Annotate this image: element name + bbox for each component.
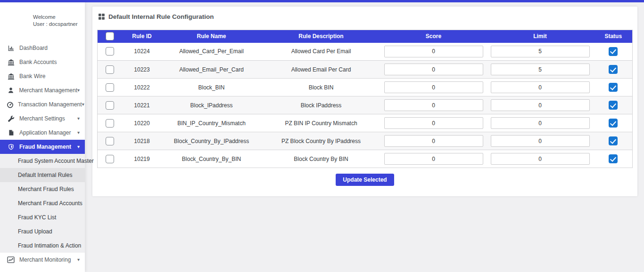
chevron-down-icon: ▾ (77, 130, 80, 135)
limit-cell (486, 79, 594, 96)
status-cell (594, 96, 633, 114)
row-select-checkbox[interactable] (106, 47, 114, 56)
shield-icon (7, 144, 15, 150)
sidebar-subitem-fraud-upload[interactable]: Fraud Upload (0, 224, 85, 239)
sidebar: Welcome User : docspartner DashBoard Ban… (0, 2, 85, 272)
limit-input[interactable] (491, 117, 590, 129)
status-cell (594, 150, 633, 168)
rule-name-cell: Block_IPaddress (162, 96, 261, 114)
rule-description-cell: Allowed Email Per Card (261, 61, 381, 79)
score-input[interactable] (384, 117, 483, 129)
row-select-checkbox[interactable] (106, 155, 114, 163)
chevron-down-icon: ▾ (82, 102, 84, 107)
status-checkbox[interactable] (609, 101, 618, 110)
limit-input[interactable] (491, 81, 590, 93)
sidebar-subitem-fraud-intimation-action[interactable]: Fraud Intimation & Action (0, 239, 85, 253)
table-row: 10220 BIN_IP_Country_Mismatch PZ BIN IP … (98, 114, 633, 132)
table-row: 10224 Allowed_Card_Per_Email Allowed Car… (98, 43, 633, 61)
column-header-rule-name: Rule Name (162, 30, 261, 43)
status-checkbox[interactable] (609, 136, 618, 145)
update-selected-button[interactable]: Update Selected (336, 174, 394, 186)
rule-name-cell: Block_Country_By_IPaddress (162, 132, 261, 150)
rule-id-cell: 10223 (122, 61, 162, 79)
status-checkbox[interactable] (609, 65, 618, 74)
rule-id-cell: 10220 (122, 114, 162, 132)
status-checkbox[interactable] (609, 119, 618, 128)
column-header-limit: Limit (486, 30, 594, 43)
chevron-down-icon: ▾ (77, 88, 80, 93)
sidebar-subitem-merchant-fraud-accounts[interactable]: Merchant Fraud Accounts (0, 196, 85, 210)
page-title: Default Internal Rule Configuration (108, 13, 214, 20)
status-cell (594, 43, 633, 61)
score-cell (381, 79, 486, 96)
score-input[interactable] (384, 46, 483, 57)
rule-id-cell: 10224 (122, 43, 162, 61)
rule-name-cell: BIN_IP_Country_Mismatch (162, 114, 261, 132)
bank-icon (7, 59, 15, 66)
limit-input[interactable] (491, 64, 590, 75)
sidebar-item-label: Merchant Settings (19, 115, 77, 122)
sidebar-subitem-default-internal-rules[interactable]: Default Internal Rules (0, 168, 85, 182)
sidebar-subitem-merchant-fraud-rules[interactable]: Merchant Fraud Rules (0, 182, 85, 196)
column-header-score: Score (381, 30, 486, 43)
limit-cell (486, 61, 594, 79)
score-input[interactable] (384, 81, 483, 93)
status-cell (594, 79, 633, 96)
sidebar-item-fraud-management[interactable]: Fraud Management ▾ (0, 140, 85, 154)
sidebar-subitem-fraud-system-account-master[interactable]: Fraud System Account Master (0, 154, 85, 168)
rule-name-cell: Allowed_Card_Per_Email (162, 43, 261, 61)
line-chart-icon (7, 256, 15, 263)
score-cell (381, 132, 486, 150)
limit-input[interactable] (491, 135, 590, 147)
sidebar-item-bank-wire[interactable]: Bank Wire (0, 69, 85, 83)
welcome-username: User : docspartner (33, 21, 81, 28)
rules-table-body: 10224 Allowed_Card_Per_Email Allowed Car… (98, 43, 633, 168)
row-select-checkbox[interactable] (106, 65, 114, 74)
sidebar-item-label: Application Manager (19, 129, 77, 136)
score-input[interactable] (384, 99, 483, 111)
row-select-checkbox[interactable] (106, 119, 114, 128)
score-input[interactable] (384, 153, 483, 165)
rule-configuration-card: Default Internal Rule Configuration Rule… (92, 7, 637, 196)
score-cell (381, 96, 486, 114)
status-cell (594, 61, 633, 79)
sidebar-item-bank-accounts[interactable]: Bank Accounts (0, 55, 85, 69)
column-header-status: Status (594, 30, 633, 43)
status-checkbox[interactable] (609, 83, 618, 92)
sidebar-item-application-manager[interactable]: Application Manager ▾ (0, 126, 85, 140)
file-icon (7, 129, 15, 136)
table-row: 10222 Block_BIN Block BIN (98, 79, 633, 96)
user-icon (7, 87, 15, 94)
bank-icon (7, 73, 15, 80)
sidebar-item-label: Merchant Management (19, 87, 77, 94)
sidebar-item-label: Fraud Management (19, 144, 77, 150)
sidebar-item-merchant-monitoring[interactable]: Merchant Monitoring ▾ (0, 253, 85, 267)
row-select-checkbox[interactable] (106, 83, 114, 92)
limit-cell (486, 150, 594, 168)
grid-icon (99, 14, 105, 20)
row-select-cell (98, 96, 122, 114)
score-input[interactable] (384, 135, 483, 147)
score-cell (381, 150, 486, 168)
limit-input[interactable] (491, 153, 590, 165)
row-select-checkbox[interactable] (106, 137, 114, 145)
sidebar-subitem-fraud-kyc-list[interactable]: Fraud KYC List (0, 210, 85, 224)
table-row: 10223 Allowed_Email_Per_Card Allowed Ema… (98, 61, 633, 79)
row-select-cell (98, 61, 122, 79)
column-header-rule-id: Rule ID (122, 30, 162, 43)
limit-input[interactable] (491, 46, 590, 57)
sidebar-item-merchant-management[interactable]: Merchant Management ▾ (0, 83, 85, 97)
status-checkbox[interactable] (609, 47, 618, 56)
sidebar-item-dashboard[interactable]: DashBoard (0, 41, 85, 55)
sidebar-item-merchant-settings[interactable]: Merchant Settings ▾ (0, 112, 85, 126)
limit-input[interactable] (491, 99, 590, 111)
score-input[interactable] (384, 64, 483, 75)
row-select-checkbox[interactable] (106, 101, 114, 110)
status-checkbox[interactable] (609, 154, 618, 163)
score-cell (381, 43, 486, 61)
sidebar-item-transaction-management[interactable]: Transaction Management ▾ (0, 97, 85, 112)
fraud-management-submenu: Fraud System Account Master Default Inte… (0, 154, 85, 253)
limit-cell (486, 132, 594, 150)
limit-cell (486, 96, 594, 114)
select-all-checkbox[interactable] (106, 32, 114, 40)
